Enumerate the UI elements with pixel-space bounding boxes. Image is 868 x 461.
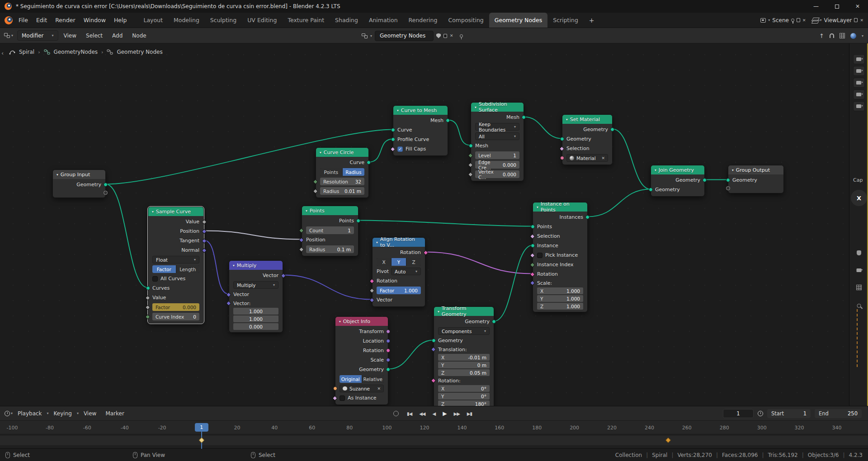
dropdown-multiply[interactable]: Multiply▾ bbox=[233, 281, 278, 289]
node-group-output[interactable]: ▾Group OutputGeometry bbox=[728, 165, 784, 193]
input-socket-curves[interactable] bbox=[146, 286, 150, 290]
node-transform-geometry[interactable]: ▾Transform GeometryGeometryComponents▾Ge… bbox=[434, 306, 494, 406]
input-socket-geometry[interactable] bbox=[432, 339, 436, 343]
button-x[interactable]: X bbox=[377, 258, 391, 266]
scene-selector[interactable]: ▾ Scene ✕ bbox=[760, 17, 806, 24]
axis-gizmo-x[interactable]: X bbox=[851, 190, 867, 206]
panel-tab-icon[interactable] bbox=[853, 89, 865, 99]
duplicate-viewlayer-icon[interactable] bbox=[854, 18, 858, 22]
camera-view-icon[interactable] bbox=[856, 268, 861, 272]
collapse-icon[interactable]: ▾ bbox=[566, 118, 568, 122]
menu-add[interactable]: Add bbox=[108, 31, 127, 41]
field-resolution[interactable]: Resolution32 bbox=[320, 178, 364, 185]
current-frame-indicator[interactable]: 1 bbox=[195, 423, 208, 432]
collapse-icon[interactable]: ▾ bbox=[475, 105, 476, 109]
menu-render[interactable]: Render bbox=[51, 15, 80, 25]
field-factor[interactable]: Factor0.000 bbox=[152, 303, 199, 311]
node-tree-browse-icon[interactable] bbox=[362, 33, 368, 38]
field-z[interactable]: Z1.000 bbox=[537, 303, 583, 310]
node-set-material[interactable]: ▾Set MaterialGeometryGeometrySelectionMa… bbox=[562, 114, 613, 165]
object-field-material[interactable]: Material✕ bbox=[566, 154, 608, 162]
dropdown-float[interactable]: Float▾ bbox=[152, 256, 199, 263]
output-socket-curve[interactable] bbox=[367, 160, 371, 165]
pin-icon[interactable] bbox=[791, 19, 794, 22]
panel-tab-icon[interactable] bbox=[853, 66, 865, 76]
unlink-icon[interactable]: ✕ bbox=[450, 33, 453, 38]
tab-modeling[interactable]: Modeling bbox=[168, 13, 205, 28]
panel-tab-icon[interactable] bbox=[853, 78, 865, 88]
button-factor[interactable]: Factor bbox=[152, 265, 176, 273]
menu-edit[interactable]: Edit bbox=[32, 15, 51, 25]
output-socket-geometry[interactable] bbox=[703, 178, 707, 182]
breadcrumb-object[interactable]: Spiral bbox=[19, 49, 34, 55]
extend-socket[interactable] bbox=[726, 186, 730, 190]
tab-rendering[interactable]: Rendering bbox=[403, 13, 443, 28]
field-x[interactable]: X-0.01 m bbox=[438, 354, 490, 361]
vector-component-field[interactable]: 1.000 bbox=[233, 308, 278, 315]
shading-preview-icon[interactable] bbox=[850, 33, 856, 39]
collapse-icon[interactable]: ▾ bbox=[655, 168, 656, 172]
checkbox-pick-instance[interactable] bbox=[537, 253, 542, 258]
checkbox-fill-caps[interactable]: ✓ bbox=[397, 146, 403, 152]
output-socket-location[interactable] bbox=[386, 339, 390, 343]
tab-scripting[interactable]: Scripting bbox=[547, 13, 584, 28]
input-socket-geometry[interactable] bbox=[649, 188, 653, 192]
input-socket-geometry[interactable] bbox=[726, 178, 730, 182]
checkbox-all-curves[interactable] bbox=[152, 276, 158, 282]
blender-menu-icon[interactable] bbox=[5, 16, 13, 24]
play-reverse-button[interactable]: ◀ bbox=[430, 409, 439, 418]
frame-end-field[interactable]: End 250 bbox=[815, 409, 862, 418]
pin-icon[interactable] bbox=[460, 34, 463, 38]
use-preview-range-icon[interactable] bbox=[758, 411, 763, 416]
field-x[interactable]: X1.000 bbox=[537, 287, 583, 294]
collapse-icon[interactable]: ▾ bbox=[233, 263, 235, 268]
panel-tab-icon[interactable] bbox=[853, 101, 865, 111]
menu-file[interactable]: File bbox=[14, 15, 32, 25]
output-socket-scale[interactable] bbox=[386, 358, 390, 362]
collapse-icon[interactable]: ▾ bbox=[537, 205, 538, 209]
button-points[interactable]: Points bbox=[320, 168, 342, 176]
input-socket-material[interactable] bbox=[560, 156, 564, 160]
tab-geometry-nodes[interactable]: Geometry Nodes bbox=[489, 13, 547, 28]
menu-node[interactable]: Node bbox=[128, 31, 150, 41]
menu-playback[interactable]: Playback bbox=[14, 409, 46, 419]
vector-component-field[interactable]: 0.000 bbox=[233, 323, 278, 330]
tab-shading[interactable]: Shading bbox=[330, 13, 363, 28]
unlink-icon[interactable]: ✕ bbox=[601, 156, 605, 160]
collapse-icon[interactable]: ▾ bbox=[306, 209, 307, 213]
object-field-suzanne[interactable]: Suzanne✕ bbox=[340, 385, 384, 392]
field-vertex-c[interactable]: Vertex C...0.000 bbox=[475, 170, 519, 178]
output-socket-points[interactable] bbox=[356, 219, 360, 223]
node-points[interactable]: ▾PointsPointsCount1PositionRadius0.1 m bbox=[302, 206, 359, 256]
node-subdivision-surface[interactable]: ▾Subdivision SurfaceMeshKeep Boundaries▾… bbox=[471, 102, 524, 181]
output-socket-transform[interactable] bbox=[386, 329, 390, 334]
frame-start-field[interactable]: Start 1 bbox=[767, 409, 811, 418]
collapse-icon[interactable]: ▾ bbox=[339, 320, 341, 324]
tab-animation[interactable]: Animation bbox=[363, 13, 403, 28]
field-z[interactable]: Z180° bbox=[438, 400, 490, 406]
input-socket-mesh[interactable] bbox=[469, 144, 473, 148]
pan-hand-icon[interactable] bbox=[857, 250, 861, 255]
input-socket-geometry[interactable] bbox=[560, 137, 564, 141]
output-socket-geometry[interactable] bbox=[610, 127, 614, 132]
button-relative[interactable]: Relative bbox=[362, 375, 384, 383]
input-socket-points[interactable] bbox=[531, 225, 535, 229]
collapse-icon[interactable]: ▾ bbox=[732, 168, 734, 172]
tab-texture-paint[interactable]: Texture Paint bbox=[282, 13, 330, 28]
viewlayer-selector[interactable]: ▾ ViewLayer ✕ bbox=[812, 17, 864, 24]
node-tree-mode-dropdown[interactable]: Modifier ▾ bbox=[17, 30, 58, 41]
keyframe-track[interactable] bbox=[0, 434, 868, 449]
current-frame-field[interactable]: 1 bbox=[723, 409, 754, 418]
node-sample-curve[interactable]: ▾Sample CurveValuePositionTangentNormalF… bbox=[148, 207, 204, 324]
output-socket-instances[interactable] bbox=[585, 215, 590, 219]
add-workspace-button[interactable]: + bbox=[584, 13, 600, 28]
vector-component-field[interactable]: 1.000 bbox=[233, 315, 278, 322]
geometry-nodes-editor[interactable]: ‹ Spiral › GeometryNodes › Geometry Node… bbox=[0, 43, 849, 406]
duplicate-scene-icon[interactable] bbox=[797, 18, 800, 22]
input-socket-profile-curve[interactable] bbox=[391, 137, 395, 141]
tab-compositing[interactable]: Compositing bbox=[443, 13, 489, 28]
output-socket-rotation[interactable] bbox=[386, 348, 390, 353]
field-curve-index[interactable]: Curve Index0 bbox=[152, 313, 199, 320]
collapse-icon[interactable]: ▾ bbox=[397, 108, 399, 113]
input-socket-curve[interactable] bbox=[391, 128, 395, 132]
